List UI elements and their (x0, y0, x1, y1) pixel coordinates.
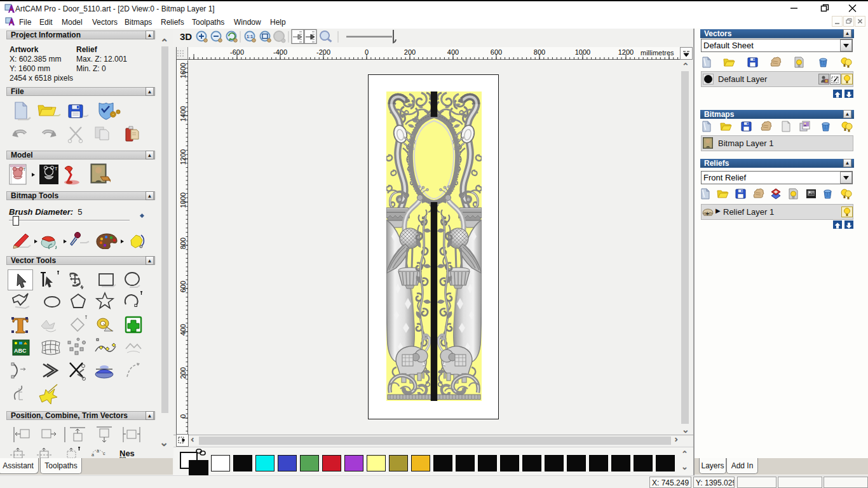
svg-text:T: T (23, 167, 26, 172)
svg-text:c: c (103, 451, 105, 456)
svg-text:T: T (55, 166, 58, 171)
svg-text:a: a (92, 452, 94, 457)
svg-text:a: a (97, 449, 99, 453)
svg-text:1:1: 1:1 (247, 34, 253, 39)
svg-text:ABC: ABC (14, 348, 27, 354)
